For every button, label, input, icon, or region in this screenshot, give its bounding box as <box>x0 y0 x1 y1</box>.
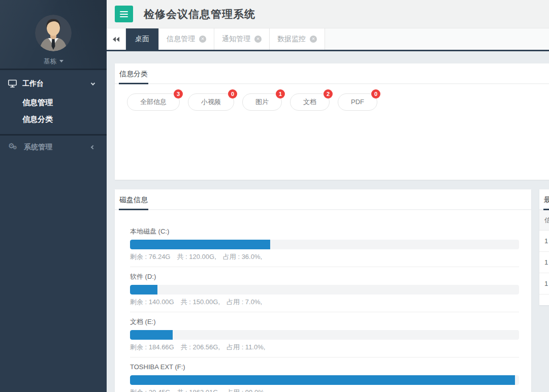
card-info-category: 信息分类 全部信息 3 小视频 0 图片 1 文档 2 <box>115 63 549 180</box>
double-chevron-left-icon <box>112 37 120 42</box>
card-header: 磁盘信息 <box>115 189 531 210</box>
tab-label: 信息管理 <box>167 35 195 44</box>
hamburger-icon <box>120 11 128 12</box>
content-area: 信息分类 全部信息 3 小视频 0 图片 1 文档 2 <box>107 51 549 392</box>
title-underline <box>119 209 148 210</box>
title-underline <box>119 83 148 84</box>
disk-progress-fill <box>130 375 515 385</box>
pill-pdf[interactable]: PDF 0 <box>338 93 377 111</box>
sidebar-item-label: 系统管理 <box>24 143 52 152</box>
bottom-row: 磁盘信息 本地磁盘 (C:) 剩余 : 76.24G 共 : 120.00G, … <box>115 189 549 392</box>
table-row[interactable]: 1 <box>539 273 549 295</box>
disk-name: 本地磁盘 (C:) <box>130 227 519 236</box>
disk-name: 软件 (D:) <box>130 273 519 281</box>
disk-progress-track <box>130 285 519 295</box>
close-icon[interactable]: × <box>310 36 317 43</box>
sidebar-item-info-category[interactable]: 信息分类 <box>0 111 107 127</box>
count-badge: 0 <box>371 89 380 99</box>
tab-desktop[interactable]: 桌面 <box>126 28 159 50</box>
close-icon[interactable]: × <box>254 36 262 43</box>
disk-stats: 剩余 : 20.45G 共 : 1863.01G, 占用 : 99.0%, <box>130 388 519 392</box>
count-badge: 3 <box>174 89 183 99</box>
tab-label: 通知管理 <box>222 35 250 44</box>
count-badge: 2 <box>324 89 333 99</box>
user-menu[interactable]: 基栋 <box>0 57 107 66</box>
tab-data-monitor[interactable]: 数据监控 × <box>270 28 325 50</box>
tab-bar: 桌面 信息管理 × 通知管理 × 数据监控 × <box>107 28 549 51</box>
disk-stats: 剩余 : 76.24G 共 : 120.00G, 占用 : 36.0%, <box>130 253 519 261</box>
caret-down-icon <box>59 60 63 62</box>
menu-toggle-button[interactable] <box>115 6 133 22</box>
disk-progress-fill <box>130 330 173 340</box>
username: 基栋 <box>44 57 57 65</box>
profile-section: 基栋 <box>0 0 107 70</box>
tab-label: 桌面 <box>135 35 149 44</box>
pill-short-video[interactable]: 小视频 0 <box>188 93 234 111</box>
disk-progress-track <box>130 240 519 249</box>
count-badge: 0 <box>228 89 237 99</box>
card-disk-info: 磁盘信息 本地磁盘 (C:) 剩余 : 76.24G 共 : 120.00G, … <box>115 189 531 392</box>
monitor-icon <box>8 80 17 88</box>
gears-icon: ⚙⚙ <box>8 143 18 152</box>
tabs-scroll-left-button[interactable] <box>107 28 126 50</box>
disk-entry-f: TOSHIBA EXT (F:) 剩余 : 20.45G 共 : 1863.01… <box>130 363 519 392</box>
disk-stats: 剩余 : 140.00G 共 : 150.00G, 占用 : 7.0%, <box>130 298 519 306</box>
disk-list: 本地磁盘 (C:) 剩余 : 76.24G 共 : 120.00G, 占用 : … <box>115 210 531 392</box>
card-title: 最 <box>539 189 549 210</box>
sidebar-item-workbench[interactable]: 工作台 <box>0 74 107 94</box>
disk-entry-d: 软件 (D:) 剩余 : 140.00G 共 : 150.00G, 占用 : 7… <box>130 273 519 312</box>
top-header: 检修会议信息管理系统 <box>107 0 549 28</box>
category-pills: 全部信息 3 小视频 0 图片 1 文档 2 PDF 0 <box>115 84 549 111</box>
pill-document[interactable]: 文档 2 <box>290 93 330 111</box>
tab-info-manage[interactable]: 信息管理 × <box>159 28 214 50</box>
sidebar-item-info-manage[interactable]: 信息管理 <box>0 94 107 111</box>
disk-progress-fill <box>130 285 157 295</box>
main-area: 检修会议信息管理系统 桌面 信息管理 × 通知管理 × 数据监控 × 信息分类 <box>107 0 549 392</box>
disk-stats: 剩余 : 184.66G 共 : 206.56G, 占用 : 11.0%, <box>130 343 519 351</box>
disk-entry-e: 文档 (E:) 剩余 : 184.66G 共 : 206.56G, 占用 : 1… <box>130 318 519 357</box>
disk-entry-c: 本地磁盘 (C:) 剩余 : 76.24G 共 : 120.00G, 占用 : … <box>130 227 519 267</box>
disk-progress-fill <box>130 240 270 249</box>
card-header: 信息分类 <box>115 63 549 84</box>
pill-image[interactable]: 图片 1 <box>242 93 282 111</box>
card-title: 磁盘信息 <box>115 189 148 210</box>
disk-name: 文档 (E:) <box>130 318 519 326</box>
disk-name: TOSHIBA EXT (F:) <box>130 363 519 371</box>
card-latest-info: 最 信 1 1 1 <box>539 189 549 305</box>
latest-info-table: 信 1 1 1 <box>539 210 549 295</box>
card-title: 信息分类 <box>115 63 148 84</box>
title-underline <box>543 209 549 210</box>
table-row[interactable]: 1 <box>539 252 549 273</box>
sidebar-nav: 工作台 信息管理 信息分类 ⚙⚙ 系统管理 <box>0 70 107 159</box>
disk-progress-track <box>130 330 519 340</box>
card-header: 最 <box>539 189 549 210</box>
user-avatar[interactable] <box>35 15 72 51</box>
close-icon[interactable]: × <box>199 36 206 43</box>
sidebar: 基栋 工作台 信息管理 信息分类 ⚙⚙ 系统管理 <box>0 0 107 392</box>
chevron-down-icon <box>91 81 95 85</box>
sidebar-item-label: 工作台 <box>22 79 44 88</box>
chevron-left-icon <box>91 145 95 149</box>
pill-all-info[interactable]: 全部信息 3 <box>127 93 180 111</box>
page-title: 检修会议信息管理系统 <box>144 7 255 21</box>
sidebar-item-system[interactable]: ⚙⚙ 系统管理 <box>0 136 107 159</box>
count-badge: 1 <box>276 89 285 99</box>
table-header-cell: 信 <box>539 210 549 231</box>
table-row[interactable]: 1 <box>539 231 549 252</box>
nav-workbench-block: 工作台 信息管理 信息分类 <box>0 70 107 136</box>
disk-progress-track <box>130 375 519 385</box>
tab-label: 数据监控 <box>277 35 306 44</box>
tab-notice-manage[interactable]: 通知管理 × <box>214 28 270 50</box>
workbench-submenu: 信息管理 信息分类 <box>0 94 107 127</box>
